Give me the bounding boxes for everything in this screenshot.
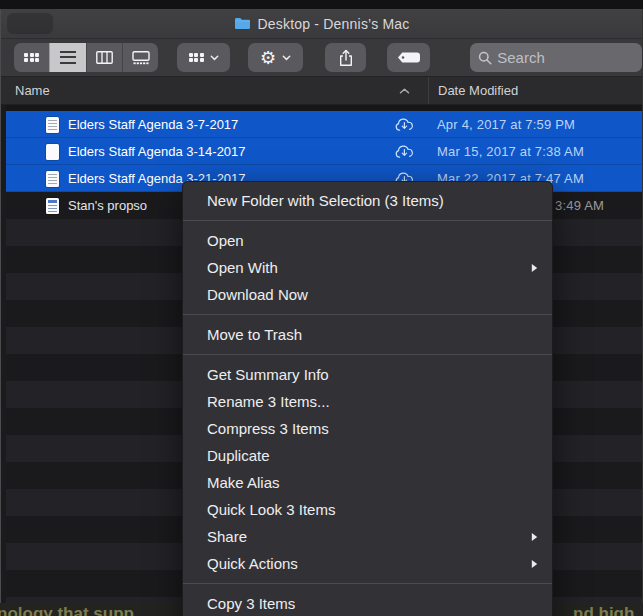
group-by-icon xyxy=(189,53,204,63)
icloud-download-icon-wrap xyxy=(394,117,415,132)
toolbar: ⚙ xyxy=(1,39,642,77)
action-menu-button[interactable]: ⚙ xyxy=(248,43,304,72)
menu-item-label: Quick Look 3 Items xyxy=(207,501,335,518)
menu-item-label: Download Now xyxy=(207,286,308,303)
chevron-down-icon xyxy=(210,55,219,61)
menu-item-label: Share xyxy=(207,528,247,545)
menu-item-download-now[interactable]: Download Now xyxy=(183,281,552,308)
document-icon xyxy=(46,198,59,214)
tag-button[interactable] xyxy=(387,43,430,72)
window-title: Desktop - Dennis’s Mac xyxy=(258,16,410,32)
menu-item-rename-3-items[interactable]: Rename 3 Items... xyxy=(183,388,552,415)
menu-item-quick-actions[interactable]: Quick Actions xyxy=(183,550,552,577)
chevron-down-icon xyxy=(282,55,291,61)
background-top-bar xyxy=(0,0,643,9)
menu-item-compress-3-items[interactable]: Compress 3 Items xyxy=(183,415,552,442)
file-row[interactable]: Elders Staff Agenda 3-7-2017 Apr 4, 2017… xyxy=(6,111,642,138)
column-headers: Name Date Modified xyxy=(1,77,642,105)
page-text-left: nology that supp xyxy=(0,604,134,616)
icloud-download-icon xyxy=(394,117,415,132)
file-name: Elders Staff Agenda 3-14-2017 xyxy=(68,144,394,159)
group-by-button[interactable] xyxy=(177,43,230,72)
folder-icon xyxy=(234,17,251,30)
menu-item-new-folder-with-selection-3-items[interactable]: New Folder with Selection (3 Items) xyxy=(183,187,552,214)
file-date-modified: Mar 15, 2017 at 7:38 AM xyxy=(437,144,584,159)
menu-item-label: Open xyxy=(207,232,244,249)
menu-separator xyxy=(183,314,552,315)
menu-item-label: Get Summary Info xyxy=(207,366,329,383)
sort-ascending-icon xyxy=(399,88,410,94)
file-row[interactable]: Elders Staff Agenda 3-14-2017 Mar 15, 20… xyxy=(6,138,642,165)
menu-item-label: New Folder with Selection (3 Items) xyxy=(207,192,444,209)
search-placeholder: Search xyxy=(497,49,545,66)
menu-separator xyxy=(183,583,552,584)
file-date-modified: Apr 4, 2017 at 7:59 PM xyxy=(437,117,575,132)
menu-item-get-summary-info[interactable]: Get Summary Info xyxy=(183,361,552,388)
share-button[interactable] xyxy=(325,43,366,72)
screenshot-root: Desktop - Dennis’s Mac xyxy=(0,0,643,616)
coverflow-view-icon xyxy=(132,51,150,65)
file-name: Elders Staff Agenda 3-7-2017 xyxy=(68,117,394,132)
list-view-button[interactable] xyxy=(49,43,85,72)
icon-view-icon xyxy=(24,53,39,63)
submenu-arrow-icon xyxy=(531,559,538,569)
menu-item-move-to-trash[interactable]: Move to Trash xyxy=(183,321,552,348)
window-controls-area xyxy=(7,13,53,34)
gear-icon: ⚙ xyxy=(260,49,276,67)
menu-item-label: Quick Actions xyxy=(207,555,298,572)
menu-item-label: Duplicate xyxy=(207,447,270,464)
menu-item-open[interactable]: Open xyxy=(183,227,552,254)
menu-item-share[interactable]: Share xyxy=(183,523,552,550)
icloud-download-icon-wrap xyxy=(394,144,415,159)
document-icon xyxy=(46,117,59,133)
column-header-date-modified[interactable]: Date Modified xyxy=(438,77,518,104)
context-menu: New Folder with Selection (3 Items)OpenO… xyxy=(182,181,553,616)
column-view-button[interactable] xyxy=(86,43,122,72)
column-divider[interactable] xyxy=(428,77,429,104)
menu-item-label: Open With xyxy=(207,259,278,276)
column-view-icon xyxy=(96,51,113,64)
menu-item-label: Make Alias xyxy=(207,474,280,491)
column-header-name[interactable]: Name xyxy=(1,83,50,98)
share-icon xyxy=(338,49,354,67)
menu-item-label: Compress 3 Items xyxy=(207,420,329,437)
window-title-group: Desktop - Dennis’s Mac xyxy=(234,16,410,32)
icloud-download-icon xyxy=(394,144,415,159)
icon-view-button[interactable] xyxy=(14,43,49,72)
menu-item-label: Copy 3 Items xyxy=(207,595,295,612)
search-field[interactable]: Search xyxy=(470,43,642,72)
menu-item-quick-look-3-items[interactable]: Quick Look 3 Items xyxy=(183,496,552,523)
view-mode-switcher xyxy=(14,43,158,72)
tag-icon xyxy=(396,51,421,64)
submenu-arrow-icon xyxy=(531,532,538,542)
menu-item-open-with[interactable]: Open With xyxy=(183,254,552,281)
list-view-icon xyxy=(60,51,76,64)
menu-item-duplicate[interactable]: Duplicate xyxy=(183,442,552,469)
menu-separator xyxy=(183,354,552,355)
document-icon xyxy=(46,171,59,187)
menu-item-copy-3-items[interactable]: Copy 3 Items xyxy=(183,590,552,616)
coverflow-view-button[interactable] xyxy=(122,43,158,72)
submenu-arrow-icon xyxy=(531,263,538,273)
search-icon xyxy=(478,51,492,65)
menu-separator xyxy=(183,220,552,221)
menu-item-make-alias[interactable]: Make Alias xyxy=(183,469,552,496)
title-bar[interactable]: Desktop - Dennis’s Mac xyxy=(1,9,642,39)
menu-item-label: Move to Trash xyxy=(207,326,302,343)
document-icon xyxy=(46,144,59,160)
menu-item-label: Rename 3 Items... xyxy=(207,393,330,410)
page-text-right: nd high xyxy=(573,604,634,616)
